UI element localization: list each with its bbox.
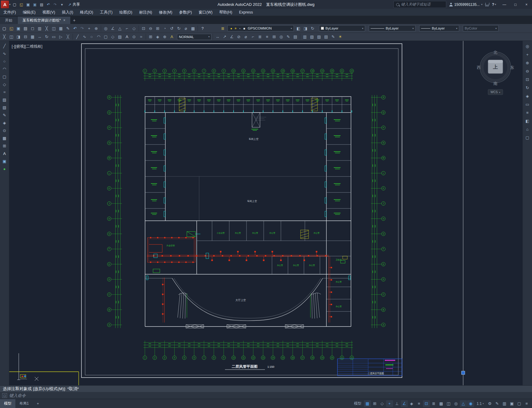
quick-properties-icon[interactable]: ▥ — [501, 400, 508, 407]
object-snap2-icon[interactable]: ⊡ — [423, 400, 430, 407]
redo-icon[interactable]: ↷ — [79, 25, 85, 32]
pan-icon[interactable]: + — [86, 25, 93, 32]
qat-redo-icon[interactable]: ↷ — [52, 1, 58, 8]
mirror-icon[interactable]: ◨ — [15, 34, 22, 40]
paste-icon[interactable]: ▦ — [57, 25, 64, 32]
app-store-cart-icon[interactable] — [485, 3, 489, 5]
text-tool-icon[interactable]: A — [1, 150, 8, 157]
infer-constraints-icon[interactable]: ◇ — [379, 400, 386, 407]
zoom-in-icon[interactable]: ⊕ — [524, 59, 531, 66]
zoom-previous-icon[interactable]: ⊖ — [147, 25, 154, 32]
measure-tool-icon[interactable]: ● — [1, 165, 8, 172]
rotate-icon[interactable]: ↻ — [43, 34, 50, 40]
menu-item-2[interactable]: 编辑(E) — [19, 9, 39, 16]
drawing-canvas[interactable]: [-][俯视][二维线框] — [9, 41, 522, 385]
tab-start[interactable]: 开始 — [0, 17, 18, 24]
viewcube-east[interactable]: 东 — [510, 65, 514, 70]
customization-icon[interactable]: ≡ — [523, 400, 530, 407]
isodraft-icon[interactable]: ◈ — [408, 400, 415, 407]
account-button[interactable]: 15059991135... ▾ — [449, 2, 483, 7]
qat-save-icon[interactable]: ▣ — [25, 1, 31, 8]
zoom-extents-icon[interactable]: ⊞ — [154, 25, 161, 32]
text-icon[interactable]: A — [124, 34, 130, 40]
layer-freeze-icon[interactable]: ☀ — [234, 26, 238, 31]
3d-osnap-icon[interactable]: ◎ — [452, 400, 459, 407]
qat-undo-icon[interactable]: ↶ — [45, 1, 52, 8]
match-properties-icon[interactable]: ✎ — [65, 25, 71, 32]
selection-grip[interactable] — [462, 371, 465, 374]
point-tool-icon[interactable]: ⊙ — [1, 127, 8, 134]
polyline-tool-icon[interactable]: ∿ — [1, 50, 8, 57]
plot-icon[interactable]: ▤ — [22, 25, 29, 32]
render-icon[interactable]: ☀ — [337, 34, 344, 40]
hatch-tool-icon[interactable]: ▨ — [1, 96, 8, 103]
save-icon[interactable]: ▣ — [15, 25, 22, 32]
zoom-realtime-icon[interactable]: ⊕ — [93, 25, 100, 32]
dim-continue-icon[interactable]: ≣ — [257, 34, 263, 40]
stretch-icon[interactable]: ▷ — [57, 34, 64, 40]
region-tool-icon[interactable]: ▩ — [1, 135, 8, 141]
viewcube-west[interactable]: 西 — [477, 65, 481, 70]
text-style-dropdown[interactable]: NORMAL ▾ — [177, 34, 211, 40]
markup-icon[interactable]: ✎ — [330, 34, 337, 40]
properties-palette-icon[interactable]: ▥ — [301, 34, 308, 40]
color-dropdown[interactable]: ByLayer ▾ — [319, 25, 365, 31]
spline-tool-icon[interactable]: ≈ — [1, 89, 8, 95]
menu-item-4[interactable]: 插入(I) — [58, 9, 77, 16]
qat-plot-icon[interactable]: ▤ — [38, 1, 45, 8]
make-layer-current-icon[interactable]: ◧ — [295, 25, 302, 32]
circle-icon[interactable]: ○ — [88, 34, 95, 40]
osnap-tracking-icon[interactable]: ≡ — [416, 400, 423, 407]
layer-states-icon[interactable]: ↻ — [309, 25, 316, 32]
tab-drawing[interactable]: 某车检线空调设计图纸* × — [18, 17, 71, 24]
linetype-dropdown[interactable]: ByLayer ▾ — [369, 25, 416, 31]
steering-icon[interactable]: ◧ — [524, 117, 531, 124]
leader-icon[interactable]: ⌐ — [250, 34, 256, 40]
tab-close-icon[interactable]: × — [63, 18, 65, 22]
arc-icon[interactable]: ◠ — [95, 34, 102, 40]
copy-object-icon[interactable]: ◫ — [8, 34, 15, 40]
plot-preview-icon[interactable]: ◻ — [29, 25, 36, 32]
annotation-visibility-icon[interactable]: ◉ — [467, 400, 474, 407]
maximize-button[interactable]: □ — [510, 0, 521, 9]
polyline-icon[interactable]: ∿ — [81, 34, 88, 40]
menu-item-11[interactable]: 窗口(W) — [195, 9, 216, 16]
nav-settings-icon[interactable]: ▢ — [524, 134, 531, 141]
tool-palettes-icon[interactable]: ▨ — [316, 34, 322, 40]
menu-item-1[interactable]: 文件(F) — [0, 9, 19, 16]
show-motion-icon[interactable]: ◈ — [524, 93, 531, 99]
dim-angular-icon[interactable]: ∠ — [228, 34, 235, 40]
new-tab-button[interactable]: + — [71, 17, 78, 24]
layout1-tab[interactable]: 布局1 — [15, 399, 33, 408]
help-button[interactable]: ? ▾ — [492, 2, 496, 7]
add-layout-button[interactable]: + — [33, 399, 43, 408]
model-tab[interactable]: 模型 — [0, 399, 15, 408]
plotstyle-dropdown[interactable]: ByColor ▾ — [463, 25, 499, 31]
command-input[interactable]: ▢ 键入命令 — [0, 392, 532, 399]
rectangle-tool-icon[interactable]: ▢ — [1, 73, 8, 80]
gradient-tool-icon[interactable]: ▧ — [1, 104, 8, 111]
selection-cycling-icon[interactable]: ◫ — [445, 400, 452, 407]
snap-mode-icon[interactable]: ⊞ — [371, 400, 378, 407]
text-style-icon[interactable]: A — [168, 34, 175, 40]
workspace-switching-icon[interactable]: ⚙ — [486, 400, 493, 407]
transparency-icon[interactable]: ▩ — [438, 400, 445, 407]
layer-previous-icon[interactable]: ◨ — [302, 25, 309, 32]
named-views-icon[interactable]: ≡ — [524, 109, 531, 116]
polar-icon[interactable]: ∠ — [109, 25, 116, 32]
pan-hand-icon[interactable]: + — [524, 51, 531, 58]
help-icon[interactable]: ? — [199, 25, 206, 32]
open-icon[interactable]: ◱ — [8, 25, 15, 32]
trim-icon[interactable]: ╳ — [65, 34, 71, 40]
close-button[interactable]: × — [521, 0, 532, 9]
erase-icon[interactable]: ╳ — [1, 34, 8, 40]
designcenter-icon[interactable]: ▧ — [309, 34, 315, 40]
menu-item-7[interactable]: 绘图(D) — [116, 9, 136, 16]
offset-icon[interactable]: ⊟ — [22, 34, 29, 40]
dim-radius-icon[interactable]: ⊘ — [235, 34, 242, 40]
model-space-button[interactable]: 模型 — [352, 400, 364, 407]
move-icon[interactable]: ↔ — [36, 34, 43, 40]
menu-item-6[interactable]: 工具(T) — [97, 9, 116, 16]
qat-saveas-icon[interactable]: ▣ — [32, 1, 38, 8]
autocad-logo[interactable]: A — [1, 1, 9, 8]
